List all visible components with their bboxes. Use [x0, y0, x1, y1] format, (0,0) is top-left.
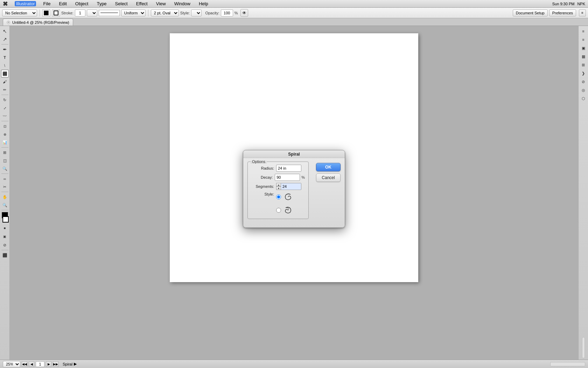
brush-preset-select[interactable]: 2 pt. Oval	[151, 9, 179, 16]
page-number-input[interactable]	[36, 361, 44, 367]
style-radio-1[interactable]	[276, 195, 281, 199]
menu-view[interactable]: View	[155, 1, 167, 6]
zoom-select[interactable]: 25%	[3, 361, 20, 367]
apple-menu[interactable]: ⌘	[3, 1, 8, 7]
dialog-titlebar: Spiral	[243, 150, 345, 158]
scissors-tool[interactable]: ✂	[1, 183, 9, 191]
status-triangle[interactable]: ▶	[74, 362, 77, 366]
warp-tool[interactable]: 〰	[1, 112, 9, 120]
tab-close-button[interactable]: ×	[7, 21, 10, 24]
right-panel: ≡ ≡ ▣ ▦ ⊞ ❯ ⊘ ◎ ⬡	[578, 26, 588, 360]
tool-sep-7	[1, 210, 8, 210]
ok-button[interactable]: OK	[316, 163, 341, 171]
preferences-button[interactable]: Preferences	[549, 9, 576, 16]
menu-file[interactable]: File	[42, 1, 52, 6]
panel-btn-6[interactable]: ❯	[580, 69, 587, 77]
panel-btn-1[interactable]: ≡	[580, 27, 587, 35]
panel-btn-3[interactable]: ▣	[580, 44, 587, 52]
type-tool[interactable]: T	[1, 54, 9, 61]
style-label: Style:	[180, 11, 190, 15]
stroke-type-select[interactable]: Uniform	[121, 9, 146, 16]
radius-input[interactable]	[276, 165, 301, 172]
segments-input[interactable]	[281, 183, 301, 190]
panel-btn-5[interactable]: ⊞	[580, 61, 587, 69]
eyedropper-tool[interactable]: 🔍	[1, 165, 9, 172]
progress-bar	[550, 362, 585, 366]
document-tab[interactable]: × Untitled-4 @ 25% (RGB/Preview)	[3, 19, 73, 26]
page-next-btn[interactable]: ▶	[46, 361, 51, 367]
menu-help[interactable]: Help	[197, 1, 210, 6]
segments-down-btn[interactable]: ▼	[276, 186, 281, 190]
column-graph-tool[interactable]: 📊	[1, 138, 9, 146]
stroke-color-swatch[interactable]	[2, 216, 9, 223]
decay-input[interactable]	[275, 174, 300, 181]
rotate-tool[interactable]: ↻	[1, 96, 9, 104]
style-select[interactable]	[191, 9, 202, 16]
username: NPK	[577, 2, 585, 6]
mesh-tool[interactable]: ⊞	[1, 149, 9, 156]
menu-illustrator[interactable]: Illustrator	[15, 1, 36, 6]
right-scrollbar-thumb[interactable]	[582, 337, 585, 358]
visibility-toggle[interactable]: 👁	[240, 9, 248, 17]
segments-up-btn[interactable]: ▲	[276, 183, 281, 186]
paintbrush-tool[interactable]: 🖌	[1, 78, 9, 86]
line-tool[interactable]: \	[1, 62, 9, 69]
blend-tool[interactable]: ∞	[1, 175, 9, 183]
fill-swatch[interactable]	[42, 9, 50, 16]
toolbar-sep-1	[40, 9, 40, 16]
style-icon-2	[283, 205, 293, 215]
change-screen-mode[interactable]: ⬛	[1, 251, 9, 259]
tab-bar: × Untitled-4 @ 25% (RGB/Preview)	[0, 18, 588, 26]
panel-btn-9[interactable]: ⬡	[580, 95, 587, 102]
color-mode-btn[interactable]: ■	[1, 224, 9, 232]
panel-btn-4[interactable]: ▦	[580, 53, 587, 60]
document-setup-button[interactable]: Document Setup	[513, 9, 548, 16]
selection-dropdown[interactable]: No Selection	[2, 9, 37, 16]
stroke-swatch[interactable]	[52, 9, 60, 16]
main-toolbar: No Selection Stroke: pt Uniform 2 pt. Ov…	[0, 8, 588, 18]
shape-tool[interactable]: ⬛	[1, 70, 9, 77]
zoom-tool[interactable]: 🔍	[1, 201, 9, 209]
free-transform-tool[interactable]: ⊡	[1, 122, 9, 130]
symbol-tool[interactable]: ⊕	[1, 130, 9, 138]
menu-type[interactable]: Type	[95, 1, 108, 6]
page-first-btn[interactable]: ◀◀	[22, 361, 27, 367]
dialog-body: Options Radius: Decay: %	[243, 158, 345, 227]
pencil-tool[interactable]: ✏	[1, 86, 9, 94]
page-prev-btn[interactable]: ◀	[29, 361, 34, 367]
panel-toggle[interactable]: ≡	[579, 9, 586, 16]
menu-effect[interactable]: Effect	[135, 1, 149, 6]
main-layout: ↖ ↗ ✒ T \ ⬛ 🖌 ✏ ↻ ⤢ 〰 ⊡ ⊕ 📊 ⊞ ◫ 🔍 ∞ ✂ ✋ …	[0, 26, 588, 360]
stroke-width-input[interactable]	[75, 9, 85, 16]
page-last-btn[interactable]: ▶▶	[53, 361, 58, 367]
menu-edit[interactable]: Edit	[57, 1, 68, 6]
scale-tool[interactable]: ⤢	[1, 104, 9, 112]
opacity-label: Opacity:	[205, 11, 219, 15]
menu-select[interactable]: Select	[114, 1, 129, 6]
segments-spinner: ▲ ▼	[276, 183, 301, 190]
options-legend: Options	[251, 159, 267, 164]
none-mode-btn[interactable]: ⊘	[1, 241, 9, 249]
style-label: Style:	[251, 192, 274, 196]
clock: Sun 9:30 PM	[552, 2, 575, 6]
gradient-tool[interactable]: ◫	[1, 157, 9, 164]
panel-btn-7[interactable]: ⊘	[580, 78, 587, 86]
cancel-button[interactable]: Cancel	[316, 173, 341, 182]
panel-btn-8[interactable]: ◎	[580, 86, 587, 94]
opacity-input[interactable]	[221, 9, 233, 16]
style-radio-2[interactable]	[276, 208, 281, 213]
gradient-mode-btn[interactable]: ▣	[1, 233, 9, 240]
spiral-dialog[interactable]: Spiral Options Radius:	[243, 150, 345, 228]
direct-selection-tool[interactable]: ↗	[1, 35, 9, 43]
style-option-2	[276, 205, 293, 215]
radius-label: Radius:	[251, 166, 274, 170]
stroke-style-preview[interactable]	[99, 10, 120, 16]
panel-btn-2[interactable]: ≡	[580, 36, 587, 43]
stroke-unit-select[interactable]: pt	[87, 9, 97, 16]
menu-object[interactable]: Object	[74, 1, 90, 6]
tool-sep-8	[1, 250, 8, 250]
hand-tool[interactable]: ✋	[1, 193, 9, 201]
selection-tool[interactable]: ↖	[1, 27, 9, 35]
pen-tool[interactable]: ✒	[1, 46, 9, 53]
menu-window[interactable]: Window	[173, 1, 192, 6]
